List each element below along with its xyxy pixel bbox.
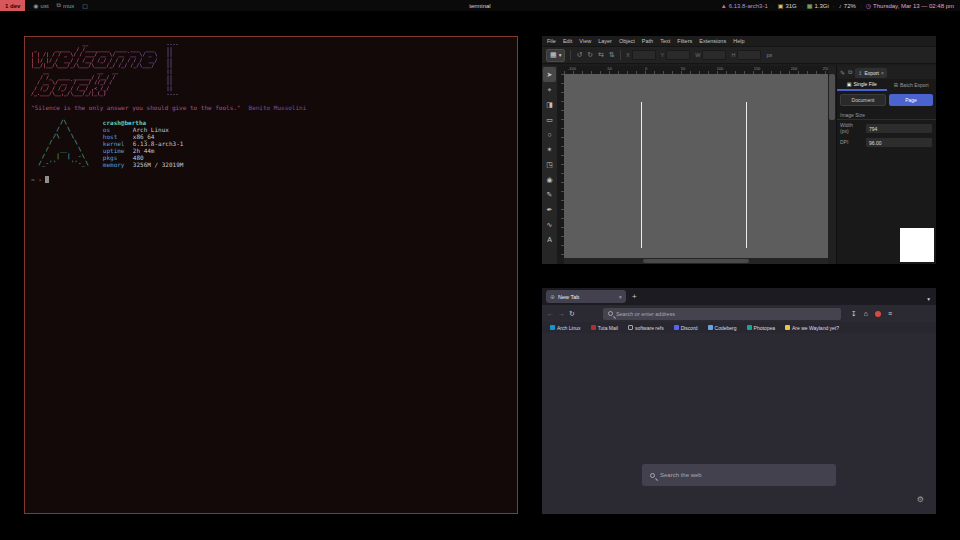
fetch-key: os — [103, 126, 133, 133]
dpi-input[interactable]: 96.00 — [865, 137, 933, 148]
shape-builder-tool-icon[interactable]: ◨ — [543, 97, 556, 112]
text-tool-icon[interactable]: A — [543, 232, 556, 247]
menu-object[interactable]: Object — [619, 38, 635, 44]
datetime: Thursday, Mar 13 — 02:48 pm — [873, 3, 954, 9]
box-3d-tool-icon[interactable]: ◳ — [543, 157, 556, 172]
quote-author: Benito Mussolini — [249, 104, 307, 111]
edit-dialog-icon[interactable]: ✎ — [840, 69, 845, 76]
bookmark-tuta-mail[interactable]: Tuta Mail — [591, 325, 618, 331]
vertical-ruler[interactable] — [557, 74, 564, 258]
back-button[interactable]: ← — [547, 310, 554, 317]
disk-segment: ▣ 31G — [778, 2, 797, 9]
bookmark-folder-software-refs[interactable]: software refs — [628, 325, 664, 331]
toolbar-icons: ↧ ⌂ ≡ — [851, 310, 894, 318]
rectangle-tool-icon[interactable]: ▭ — [543, 112, 556, 127]
separator: · — [801, 3, 803, 9]
fetch-row-pkgs: pkgs 480 — [103, 154, 184, 161]
bookmark-label: software refs — [635, 325, 664, 331]
fetch-key: pkgs — [103, 154, 133, 161]
bookmark-codeberg[interactable]: Codeberg — [708, 325, 737, 331]
fetch-row-memory: memory 3256M / 32019M — [103, 161, 184, 168]
page-border-right — [746, 102, 747, 248]
menu-icon[interactable]: ≡ — [888, 310, 892, 317]
inkscape-window[interactable]: File Edit View Layer Object Path Text Fi… — [542, 36, 936, 264]
tab-close-icon[interactable]: × — [619, 294, 622, 300]
new-tab-button[interactable]: + — [632, 290, 637, 303]
pen-tool-icon[interactable]: ✒ — [543, 202, 556, 217]
search-placeholder: Search the web — [660, 472, 702, 478]
scrollbar-thumb[interactable] — [829, 74, 835, 120]
forward-button[interactable]: → — [558, 310, 565, 317]
x-input[interactable] — [632, 50, 656, 60]
downloads-icon[interactable]: ↧ — [851, 310, 857, 318]
menu-file[interactable]: File — [547, 38, 556, 44]
bookmark-label: Arch Linux — [557, 325, 581, 331]
ellipse-tool-icon[interactable]: ○ — [543, 127, 556, 142]
node-editor-tool-icon[interactable]: ⌖ — [543, 82, 556, 97]
selector-tool-icon[interactable]: ➤ — [543, 67, 556, 82]
search-icon — [608, 311, 613, 316]
url-bar[interactable]: Search or enter address — [603, 308, 841, 320]
browser-window[interactable]: ⊕ New Tab × + ▾ ← → ↻ Search or enter ad… — [542, 288, 936, 514]
menu-extensions[interactable]: Extensions — [699, 38, 726, 44]
bookmark-arch-linux[interactable]: Arch Linux — [550, 325, 581, 331]
units-dropdown[interactable]: px — [766, 52, 772, 58]
tab-single-file[interactable]: ▣ Single File — [837, 79, 887, 91]
h-input[interactable] — [737, 50, 761, 60]
web-search-box[interactable]: Search the web — [642, 464, 836, 486]
fetch-key: memory — [103, 161, 133, 168]
list-all-tabs-icon[interactable]: ▾ — [927, 296, 930, 302]
page-mode-button[interactable]: Page — [889, 94, 933, 106]
tab-batch-export[interactable]: ⊞ Batch Export — [887, 79, 937, 91]
menu-view[interactable]: View — [579, 38, 591, 44]
menu-filters[interactable]: Filters — [677, 38, 692, 44]
menu-layer[interactable]: Layer — [598, 38, 612, 44]
bookmark-discord[interactable]: Discord — [674, 325, 698, 331]
w-input[interactable] — [702, 50, 726, 60]
flip-vertical-icon[interactable]: ⇅ — [609, 51, 615, 59]
separator: · — [772, 3, 774, 9]
fetch-value: 480 — [133, 154, 144, 161]
star-tool-icon[interactable]: ✶ — [543, 142, 556, 157]
document-mode-button[interactable]: Document — [840, 94, 886, 106]
folder-icon — [628, 325, 633, 330]
width-input[interactable]: 794 — [865, 123, 933, 134]
terminal-window[interactable]: __ .... _ _____ / /________ ____ ___ ___… — [24, 36, 518, 514]
pencil-tool-icon[interactable]: ✎ — [543, 187, 556, 202]
menu-edit[interactable]: Edit — [563, 38, 572, 44]
flip-horizontal-icon[interactable]: ⇆ — [598, 51, 604, 59]
tab-bar: ⊕ New Tab × + ▾ — [542, 288, 936, 305]
shell-prompt[interactable]: ~ › — [31, 176, 511, 184]
horizontal-ruler[interactable]: -100 -50 0 50 100 150 200 250 — [564, 66, 828, 74]
spiral-tool-icon[interactable]: ◉ — [543, 172, 556, 187]
active-tab[interactable]: ⊕ New Tab × — [546, 290, 626, 303]
rotate-ccw-icon[interactable]: ↺ — [576, 51, 582, 59]
menu-text[interactable]: Text — [660, 38, 670, 44]
export-dialog-tab[interactable]: ↥ Export × — [855, 68, 887, 78]
calligraphy-tool-icon[interactable]: ∿ — [543, 217, 556, 232]
rotate-cw-icon[interactable]: ↻ — [587, 51, 593, 59]
kernel-segment: ▲ 6.13.8-arch3-1 — [721, 3, 768, 9]
menu-path[interactable]: Path — [642, 38, 653, 44]
drawing-canvas[interactable] — [564, 74, 828, 258]
reload-button[interactable]: ↻ — [569, 310, 575, 318]
arch-ascii-logo: /\ / \ /\ \ / \ / __ \ / | | -\ /_-'' ''… — [31, 119, 89, 168]
extension-icon[interactable] — [875, 311, 881, 317]
export-preview-thumbnail — [900, 228, 934, 262]
vertical-scrollbar[interactable] — [828, 66, 836, 264]
close-icon[interactable]: × — [881, 70, 884, 76]
dpi-label: DPI — [840, 140, 862, 146]
horizontal-scrollbar[interactable] — [564, 258, 828, 264]
tab-label: Batch Export — [900, 82, 929, 88]
menu-help[interactable]: Help — [733, 38, 744, 44]
scrollbar-thumb[interactable] — [643, 259, 749, 263]
tool-controls-bar: ▦ ▾ ↺ ↻ ⇆ ⇅ X Y W H px — [542, 46, 936, 64]
w-label: W — [695, 52, 700, 58]
duplicate-dialog-icon[interactable]: ⧉ — [848, 69, 852, 76]
bookmark-are-we-wayland-yet[interactable]: Are we Wayland yet? — [785, 325, 839, 331]
personalize-gear-icon[interactable]: ⚙ — [917, 495, 924, 504]
y-input[interactable] — [666, 50, 690, 60]
select-mode-dropdown[interactable]: ▦ ▾ — [546, 49, 565, 62]
home-icon[interactable]: ⌂ — [864, 310, 868, 317]
bookmark-photopea[interactable]: Photopea — [747, 325, 775, 331]
